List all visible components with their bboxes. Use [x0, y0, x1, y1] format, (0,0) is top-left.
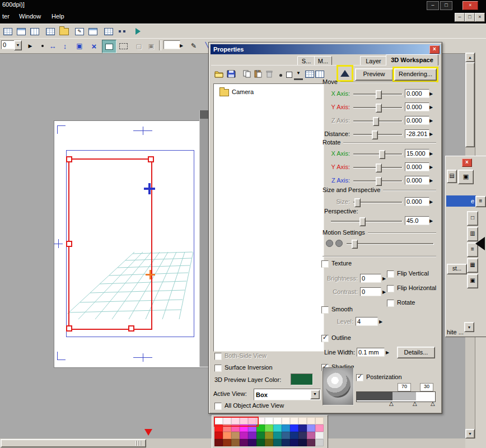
- flip-vertical-checkbox[interactable]: Flip Vertical: [387, 270, 429, 278]
- motion-end-icon[interactable]: [335, 240, 343, 247]
- marquee-tool-button[interactable]: [116, 40, 130, 52]
- palette-swatch[interactable]: [265, 424, 273, 432]
- size-value[interactable]: 0.000: [405, 197, 429, 206]
- move-z-slider[interactable]: [353, 116, 403, 125]
- paste-button[interactable]: [253, 68, 264, 80]
- line-width-value[interactable]: 0.1 mm: [357, 348, 385, 357]
- render-mode-button[interactable]: [339, 67, 351, 80]
- square-icon[interactable]: [286, 72, 292, 78]
- option-input[interactable]: [163, 40, 180, 49]
- edit-page-button[interactable]: ✎: [73, 25, 86, 38]
- perspective-spinner[interactable]: ▶: [429, 218, 433, 223]
- brightness-spinner[interactable]: ▶: [382, 276, 386, 281]
- motion-slider[interactable]: [347, 239, 434, 248]
- column-view-button[interactable]: [28, 25, 41, 38]
- story-view-button[interactable]: [86, 25, 100, 38]
- palette-swatch[interactable]: [282, 424, 290, 432]
- palette-swatch[interactable]: [307, 417, 315, 424]
- selection-handle-tl[interactable]: [66, 156, 72, 162]
- palette-swatch[interactable]: [265, 432, 273, 439]
- tab-m[interactable]: M...: [314, 56, 332, 66]
- selection-handle-tr[interactable]: [148, 156, 154, 162]
- close-button[interactable]: ×: [462, 1, 478, 10]
- palette-swatch[interactable]: [256, 432, 265, 439]
- horizontal-scroll-thumb[interactable]: [1, 439, 146, 447]
- palette-swatch[interactable]: [273, 439, 282, 446]
- selected-list-item[interactable]: e: [446, 195, 476, 207]
- line-width-spinner[interactable]: ▶: [386, 350, 389, 355]
- tab-3d-workspace[interactable]: 3D Workspace: [386, 54, 438, 66]
- size-spinner[interactable]: ▶: [429, 199, 433, 204]
- palette-swatch[interactable]: [214, 439, 223, 446]
- palette-swatch[interactable]: [248, 432, 256, 439]
- level-spinner[interactable]: ▶: [379, 319, 382, 324]
- details-button[interactable]: Details...: [397, 347, 435, 358]
- page-layout-button[interactable]: [15, 25, 28, 38]
- palette-swatch[interactable]: [231, 432, 240, 439]
- mdi-minimize-button[interactable]: –: [455, 13, 465, 22]
- panel-scroll-down-button[interactable]: ▼: [464, 322, 474, 332]
- preview-layer-color-swatch[interactable]: [291, 374, 313, 385]
- menu-item-help[interactable]: Help: [52, 13, 64, 20]
- delete-button[interactable]: [264, 68, 275, 80]
- palette-swatch[interactable]: [240, 432, 248, 439]
- size-slider[interactable]: [353, 198, 403, 207]
- dot-icon[interactable]: [279, 74, 282, 77]
- pen-tool-button[interactable]: ✎: [187, 40, 200, 52]
- both-side-view-checkbox[interactable]: Both-Side View: [214, 352, 267, 360]
- palette-swatch[interactable]: [290, 432, 298, 439]
- open-folder-button[interactable]: [57, 25, 71, 38]
- palette-swatch[interactable]: [290, 439, 298, 446]
- tab-s[interactable]: S...: [297, 56, 315, 66]
- palette-swatch[interactable]: [256, 439, 265, 446]
- open-button[interactable]: [213, 68, 225, 80]
- palette-swatch[interactable]: [240, 439, 248, 446]
- move-tool-button[interactable]: ×: [87, 40, 101, 52]
- rotate-z-spinner[interactable]: ▶: [429, 178, 433, 183]
- palette-swatch[interactable]: [265, 439, 273, 446]
- level-value[interactable]: 4: [356, 317, 378, 326]
- tree-item-camera[interactable]: Camera: [219, 87, 254, 96]
- panel-menu-button[interactable]: ≡: [475, 196, 486, 207]
- palette-swatch[interactable]: [298, 424, 307, 432]
- palette-swatch[interactable]: [307, 424, 315, 432]
- move-z-spinner[interactable]: ▶: [429, 118, 433, 123]
- tab-layer[interactable]: Layer: [360, 56, 387, 66]
- selection-handle-ml[interactable]: [66, 241, 72, 247]
- flip-horizontal-checkbox[interactable]: Flip Horizontal: [387, 284, 436, 292]
- find-button[interactable]: [115, 25, 129, 38]
- motion-start-icon[interactable]: [326, 240, 333, 247]
- palette-swatch[interactable]: [307, 432, 315, 439]
- palette-swatch[interactable]: [290, 424, 298, 432]
- palette-swatch[interactable]: [315, 439, 324, 446]
- vertical-scroll-thumb[interactable]: [465, 62, 475, 147]
- posterization-marker-1[interactable]: △: [389, 400, 394, 407]
- rotate-y-slider[interactable]: [353, 163, 403, 172]
- distance-spinner[interactable]: ▶: [429, 132, 433, 137]
- palette-swatch[interactable]: [273, 424, 282, 432]
- ruler-marker-icon[interactable]: [144, 429, 152, 436]
- rotate-y-value[interactable]: 0.000: [405, 162, 429, 171]
- properties-close-button[interactable]: ×: [429, 45, 440, 54]
- palette-swatch[interactable]: [223, 439, 231, 446]
- texture-checkbox[interactable]: Texture: [321, 260, 352, 268]
- selection-rectangle[interactable]: [68, 158, 152, 330]
- palette-swatch[interactable]: [315, 417, 324, 424]
- move-z-value[interactable]: 0.000: [405, 116, 429, 125]
- grid-icon[interactable]: [305, 71, 314, 78]
- palette-swatch[interactable]: [315, 424, 324, 432]
- minimize-button[interactable]: –: [427, 1, 439, 10]
- palette-swatch[interactable]: [290, 417, 298, 424]
- rotate-checkbox[interactable]: Rotate: [387, 299, 415, 307]
- dot-tool-button[interactable]: [37, 40, 48, 52]
- outline-checkbox[interactable]: Outline: [321, 334, 351, 342]
- palette-swatch[interactable]: [282, 417, 290, 424]
- panel-tool-button-1[interactable]: ▤: [447, 170, 457, 183]
- move-x-value[interactable]: 0.000: [405, 89, 429, 98]
- disabled-tool-button-1[interactable]: ▢: [132, 40, 146, 52]
- properties-titlebar[interactable]: Properties ×: [211, 44, 441, 54]
- scroll-up-button[interactable]: ▲: [465, 53, 475, 62]
- smooth-checkbox[interactable]: Smooth: [321, 306, 353, 314]
- rotate-z-value[interactable]: 0.000: [405, 176, 429, 185]
- posterization-value-2[interactable]: 30: [420, 383, 433, 391]
